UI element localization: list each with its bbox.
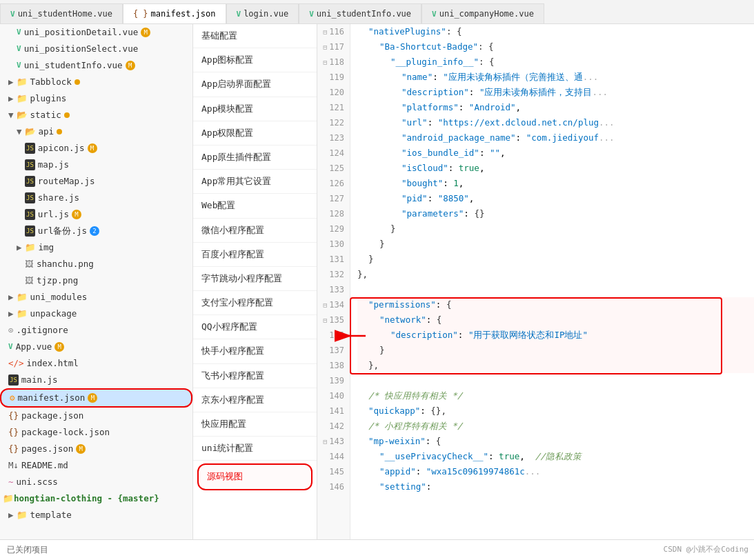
tree-item-uni-position-select[interactable]: V uni_positionSelect.vue xyxy=(0,41,192,57)
vue-icon: V xyxy=(432,10,437,19)
tree-item-uni-modules[interactable]: ▶ 📁 uni_modules xyxy=(0,289,192,306)
tab-bar: V uni_studentHome.vue { } manifest.json … xyxy=(0,0,754,24)
main-layout: V uni_positionDetail.vue M V uni_positio… xyxy=(0,24,754,539)
vue-file-icon: V xyxy=(17,59,21,72)
config-panel: 基础配置 App图标配置 App启动界面配置 App模块配置 App权限配置 A… xyxy=(193,24,317,539)
code-display: "nativePlugins": { "Ba-Shortcut-Badge": … xyxy=(350,24,754,539)
code-line-118: "__plugin_info__": { xyxy=(357,54,754,70)
badge-dot xyxy=(64,112,70,118)
tree-item-plugins[interactable]: ▶ 📁 plugins xyxy=(0,90,192,107)
tree-item-gitignore[interactable]: ⊙ .gitignore xyxy=(0,322,192,339)
config-source-view[interactable]: 源码视图 xyxy=(197,463,312,490)
config-jingdong[interactable]: 京东小程序配置 xyxy=(193,388,317,412)
badge-modified: M xyxy=(76,444,86,454)
vue-file-icon: V xyxy=(8,341,13,353)
tree-item-template[interactable]: ▶ 📁 template xyxy=(0,507,192,523)
tree-item-pages-json[interactable]: {} pages.json M xyxy=(0,441,192,457)
code-line-122: "url": "https://ext.dcloud.net.cn/plug..… xyxy=(357,115,754,130)
badge-count: 2 xyxy=(90,226,99,236)
config-kuaishou[interactable]: 快手小程序配置 xyxy=(193,339,317,363)
img-file-icon: 🖼 xyxy=(25,274,34,288)
config-web[interactable]: Web配置 xyxy=(193,194,317,218)
config-alipay[interactable]: 支付宝小程序配置 xyxy=(193,291,317,315)
badge-modified: M xyxy=(88,393,97,403)
tree-item-package-lock-json[interactable]: {} package-lock.json xyxy=(0,424,192,441)
code-line-145: "appid": "wxa15c09619974861c... xyxy=(357,464,754,479)
config-app-launch[interactable]: App启动界面配置 xyxy=(193,72,317,97)
chevron-right-icon: ▶ xyxy=(8,75,14,89)
tab-uni-student-info[interactable]: V uni_studentInfo.vue xyxy=(299,3,421,23)
code-line-137: } xyxy=(357,343,754,358)
code-line-128: "parameters": {} xyxy=(357,206,754,221)
folder-icon: 📁 xyxy=(17,92,28,106)
folder-icon: 📁 xyxy=(17,307,28,321)
tab-label: manifest.json xyxy=(151,9,216,19)
tree-item-map[interactable]: JS map.js xyxy=(0,157,192,173)
tree-item-readme[interactable]: M↓ README.md xyxy=(0,457,192,474)
config-app-native-plugin[interactable]: App原生插件配置 xyxy=(193,146,317,170)
tree-item-share[interactable]: JS share.js xyxy=(0,190,192,206)
code-line-144: "__usePrivacyCheck__": true, //隐私政策 xyxy=(357,449,754,464)
code-line-140: /* 快应用特有相关 */ xyxy=(357,388,754,403)
config-app-icon[interactable]: App图标配置 xyxy=(193,48,317,72)
tree-item-url-backup[interactable]: JS url备份.js 2 xyxy=(0,223,192,239)
tree-item-hongtian-project[interactable]: 📁 hongtian-clothing - {master} xyxy=(0,490,192,507)
badge-dot xyxy=(75,79,80,85)
tree-item-uni-student-info-file[interactable]: V uni_studentInfo.vue M xyxy=(0,57,192,74)
config-wechat[interactable]: 微信小程序配置 xyxy=(193,219,317,243)
folder-icon: 📁 xyxy=(17,508,28,522)
tree-item-unpackage[interactable]: ▶ 📁 unpackage xyxy=(0,306,192,322)
tree-item-img[interactable]: ▶ 📁 img xyxy=(0,239,192,256)
config-baidu[interactable]: 百度小程序配置 xyxy=(193,243,317,267)
code-line-139 xyxy=(357,373,754,388)
code-line-129: } xyxy=(357,221,754,237)
config-qq[interactable]: QQ小程序配置 xyxy=(193,315,317,339)
code-line-119: "name": "应用未读角标插件（完善推送、通... xyxy=(357,70,754,85)
folder-open-icon: 📂 xyxy=(17,108,28,122)
tree-item-package-json[interactable]: {} package.json xyxy=(0,408,192,424)
code-line-124: "ios_bundle_id": "", xyxy=(357,146,754,161)
config-app-module[interactable]: App模块配置 xyxy=(193,97,317,121)
config-app-permission[interactable]: App权限配置 xyxy=(193,121,317,146)
tree-item-uni-position-detail[interactable]: V uni_positionDetail.vue M xyxy=(0,24,192,41)
config-bytedance[interactable]: 字节跳动小程序配置 xyxy=(193,267,317,291)
code-editor[interactable]: ⊟116 ⊟117 ⊟118 119 120 121 122 123 124 1… xyxy=(317,24,754,539)
tree-item-routemap[interactable]: JS routeMap.js xyxy=(0,173,192,190)
json-file-icon: {} xyxy=(8,442,19,456)
tree-item-static[interactable]: ▼ 📂 static xyxy=(0,107,192,123)
config-feishu[interactable]: 飞书小程序配置 xyxy=(193,364,317,388)
html-file-icon: </> xyxy=(8,357,24,370)
code-line-130: } xyxy=(357,237,754,252)
template-label: template xyxy=(30,508,72,522)
tab-manifest-json[interactable]: { } manifest.json xyxy=(123,3,226,23)
tree-item-uni-scss[interactable]: ~ uni.scss xyxy=(0,474,192,490)
folder-icon: 📁 xyxy=(25,241,36,254)
tree-item-manifest-json[interactable]: ⚙ manifest.json M xyxy=(0,388,192,408)
folder-project-icon: 📁 xyxy=(3,492,14,506)
config-基础配置[interactable]: 基础配置 xyxy=(193,24,317,48)
chevron-down-icon: ▼ xyxy=(17,125,22,139)
tree-item-tjzp[interactable]: 🖼 tjzp.png xyxy=(0,272,192,289)
chevron-right-icon: ▶ xyxy=(8,307,14,321)
tab-login-vue[interactable]: V login.vue xyxy=(226,3,299,23)
tree-item-app-vue[interactable]: V App.vue M xyxy=(0,339,192,355)
tree-item-url[interactable]: JS url.js M xyxy=(0,206,192,223)
folder-open-icon: 📂 xyxy=(25,125,36,139)
tab-uni-company-home[interactable]: V uni_companyHome.vue xyxy=(421,3,544,23)
tree-item-main-js[interactable]: JS main.js xyxy=(0,372,192,388)
config-uni-stats[interactable]: uni统计配置 xyxy=(193,437,317,461)
config-quickapp[interactable]: 快应用配置 xyxy=(193,412,317,437)
tree-item-shanchu[interactable]: 🖼 shanchu.png xyxy=(0,256,192,272)
tree-item-tabblock[interactable]: ▶ 📁 Tabblock xyxy=(0,74,192,90)
vue-file-icon: V xyxy=(17,43,21,55)
code-line-127: "pid": "8850", xyxy=(357,191,754,206)
code-line-146: "setting": xyxy=(357,479,754,494)
chevron-right-icon: ▶ xyxy=(8,92,14,106)
config-app-other[interactable]: App常用其它设置 xyxy=(193,170,317,194)
code-line-141: "quickapp": {}, xyxy=(357,403,754,419)
tab-uni-student-home[interactable]: V uni_studentHome.vue xyxy=(0,3,123,23)
tree-item-apicon[interactable]: JS apicon.js M xyxy=(0,140,192,157)
badge-modified: M xyxy=(72,210,81,219)
tree-item-api[interactable]: ▼ 📂 api xyxy=(0,123,192,140)
tree-item-index-html[interactable]: </> index.html xyxy=(0,355,192,372)
